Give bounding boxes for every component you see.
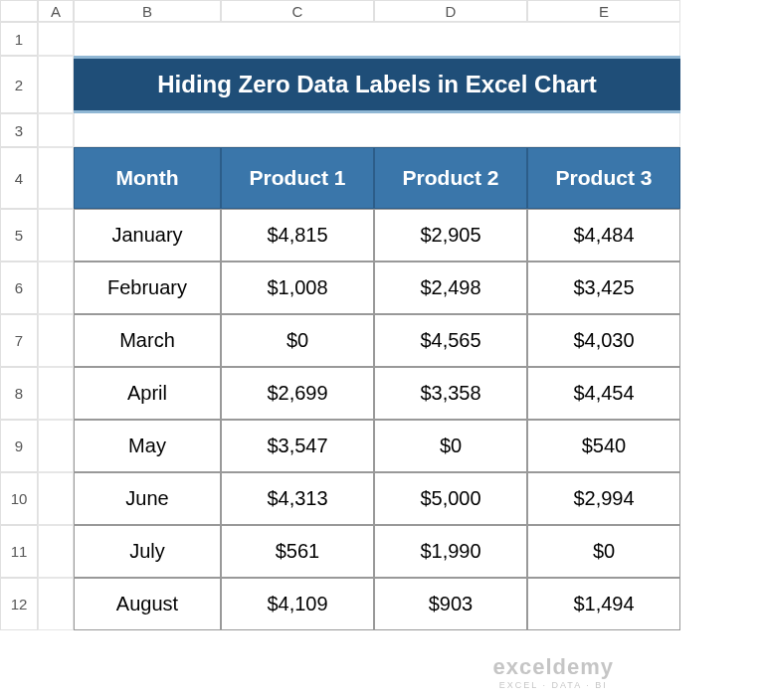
- table-cell[interactable]: $4,484: [527, 209, 680, 262]
- table-header-product3[interactable]: Product 3: [527, 147, 680, 209]
- table-cell[interactable]: $1,990: [374, 525, 527, 578]
- row-header-2[interactable]: 2: [0, 56, 38, 113]
- table-cell[interactable]: $4,565: [374, 314, 527, 367]
- table-cell[interactable]: $2,905: [374, 209, 527, 262]
- table-header-product2[interactable]: Product 2: [374, 147, 527, 209]
- table-cell[interactable]: July: [74, 525, 221, 578]
- watermark: exceldemy EXCEL · DATA · BI: [492, 654, 614, 690]
- cell-b3[interactable]: [74, 113, 221, 147]
- cell-a10[interactable]: [38, 472, 74, 525]
- page-title[interactable]: Hiding Zero Data Labels in Excel Chart: [74, 56, 680, 113]
- table-cell[interactable]: June: [74, 472, 221, 525]
- table-cell[interactable]: $2,498: [374, 262, 527, 314]
- row-header-12[interactable]: 12: [0, 578, 38, 630]
- table-cell[interactable]: $1,008: [221, 262, 374, 314]
- col-header-a[interactable]: A: [38, 0, 74, 22]
- cell-c3[interactable]: [221, 113, 374, 147]
- table-cell[interactable]: January: [74, 209, 221, 262]
- table-cell[interactable]: $4,454: [527, 367, 680, 420]
- cell-a12[interactable]: [38, 578, 74, 630]
- row-header-6[interactable]: 6: [0, 262, 38, 314]
- row-header-9[interactable]: 9: [0, 420, 38, 472]
- col-header-b[interactable]: B: [74, 0, 221, 22]
- cell-c1[interactable]: [221, 22, 374, 56]
- spreadsheet-grid: A B C D E 1 2 Hiding Zero Data Labels in…: [0, 0, 763, 630]
- table-header-product1[interactable]: Product 1: [221, 147, 374, 209]
- cell-d3[interactable]: [374, 113, 527, 147]
- row-header-11[interactable]: 11: [0, 525, 38, 578]
- cell-a6[interactable]: [38, 262, 74, 314]
- cell-a3[interactable]: [38, 113, 74, 147]
- table-cell[interactable]: $561: [221, 525, 374, 578]
- row-header-5[interactable]: 5: [0, 209, 38, 262]
- cell-a5[interactable]: [38, 209, 74, 262]
- select-all-corner[interactable]: [0, 0, 38, 22]
- cell-a9[interactable]: [38, 420, 74, 472]
- table-cell[interactable]: August: [74, 578, 221, 630]
- row-header-10[interactable]: 10: [0, 472, 38, 525]
- table-cell[interactable]: $540: [527, 420, 680, 472]
- cell-a11[interactable]: [38, 525, 74, 578]
- table-cell[interactable]: $3,425: [527, 262, 680, 314]
- cell-a8[interactable]: [38, 367, 74, 420]
- table-cell[interactable]: $4,313: [221, 472, 374, 525]
- table-cell[interactable]: April: [74, 367, 221, 420]
- table-cell[interactable]: March: [74, 314, 221, 367]
- watermark-brand: exceldemy: [492, 654, 614, 680]
- row-header-7[interactable]: 7: [0, 314, 38, 367]
- table-cell[interactable]: $4,815: [221, 209, 374, 262]
- cell-d1[interactable]: [374, 22, 527, 56]
- row-header-3[interactable]: 3: [0, 113, 38, 147]
- table-cell[interactable]: $5,000: [374, 472, 527, 525]
- table-cell[interactable]: May: [74, 420, 221, 472]
- col-header-e[interactable]: E: [527, 0, 680, 22]
- table-cell[interactable]: $903: [374, 578, 527, 630]
- table-header-month[interactable]: Month: [74, 147, 221, 209]
- table-cell[interactable]: $0: [221, 314, 374, 367]
- table-cell[interactable]: $3,547: [221, 420, 374, 472]
- table-cell[interactable]: $0: [527, 525, 680, 578]
- cell-e1[interactable]: [527, 22, 680, 56]
- table-cell[interactable]: February: [74, 262, 221, 314]
- table-cell[interactable]: $3,358: [374, 367, 527, 420]
- table-cell[interactable]: $2,699: [221, 367, 374, 420]
- cell-a4[interactable]: [38, 147, 74, 209]
- table-cell[interactable]: $0: [374, 420, 527, 472]
- row-header-8[interactable]: 8: [0, 367, 38, 420]
- cell-e3[interactable]: [527, 113, 680, 147]
- row-header-4[interactable]: 4: [0, 147, 38, 209]
- cell-a2[interactable]: [38, 56, 74, 113]
- table-cell[interactable]: $2,994: [527, 472, 680, 525]
- watermark-tagline: EXCEL · DATA · BI: [492, 680, 614, 690]
- table-cell[interactable]: $4,030: [527, 314, 680, 367]
- col-header-c[interactable]: C: [221, 0, 374, 22]
- cell-a1[interactable]: [38, 22, 74, 56]
- table-cell[interactable]: $1,494: [527, 578, 680, 630]
- cell-a7[interactable]: [38, 314, 74, 367]
- table-cell[interactable]: $4,109: [221, 578, 374, 630]
- row-header-1[interactable]: 1: [0, 22, 38, 56]
- col-header-d[interactable]: D: [374, 0, 527, 22]
- cell-b1[interactable]: [74, 22, 221, 56]
